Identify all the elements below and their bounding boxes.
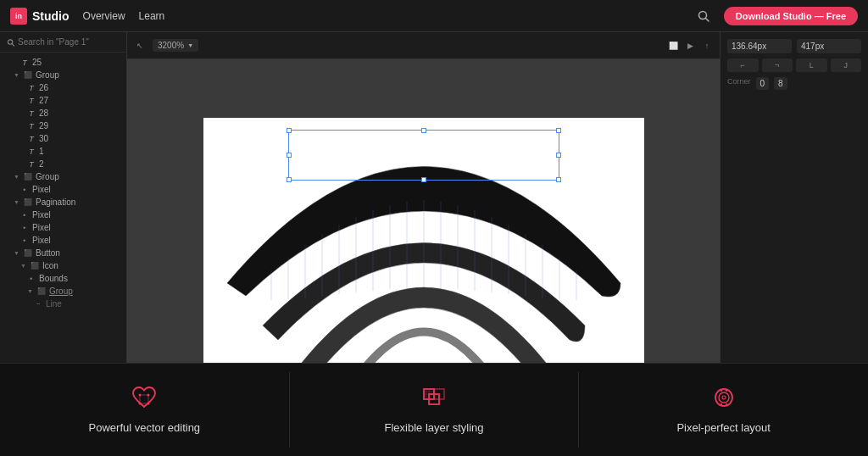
layer-item[interactable]: T 1	[0, 145, 126, 158]
pixel-icon: ▪	[20, 211, 29, 220]
svg-point-25	[147, 394, 150, 397]
layer-label: 29	[39, 121, 48, 131]
dimensions-row: 136.64px 417px	[727, 39, 861, 53]
sidebar-search-input[interactable]	[18, 37, 120, 47]
layer-label: Line	[46, 299, 62, 309]
layer-group-item[interactable]: ▼ ⬛ Group	[0, 170, 126, 183]
play-icon[interactable]: ▶	[684, 40, 696, 52]
layers-icon	[420, 386, 448, 413]
layer-label: 25	[32, 58, 42, 67]
corner-btn-bl[interactable]: L	[796, 58, 827, 72]
corner-icon-tl: ⌐	[741, 61, 745, 70]
chevron-icon: ▼	[14, 174, 20, 180]
layer-pixel-item[interactable]: ▪ Pixel	[0, 221, 126, 234]
wifi-arcs	[203, 118, 644, 398]
layer-list: T 25 ▼ ⬛ Group T 26 T 27 T 28 T	[0, 53, 126, 314]
feature-layer-styling: Flexible layer styling	[290, 372, 580, 448]
width-value[interactable]: 136.64px	[727, 39, 792, 53]
sidebar-search-icon	[7, 38, 14, 47]
layer-line-item[interactable]: ╌ Line	[0, 298, 126, 310]
pixel-icon: ▪	[20, 224, 29, 232]
logo-box: in	[10, 8, 27, 25]
text-icon: T	[27, 135, 36, 143]
svg-rect-23	[140, 395, 148, 403]
corner-btn-tl[interactable]: ⌐	[727, 58, 759, 72]
corner-icon-br: J	[844, 61, 849, 70]
feature-vector-editing: Powerful vector editing	[0, 372, 290, 448]
line-icon: ╌	[34, 300, 42, 309]
group-icon: ⬛	[37, 287, 46, 296]
layer-label: 30	[39, 134, 48, 143]
layer-button-item[interactable]: ▼ ⬛ Button	[0, 247, 126, 259]
chevron-icon: ▼	[14, 199, 20, 205]
group-icon: ⬛	[24, 71, 32, 80]
svg-point-37	[722, 396, 726, 399]
wifi-svg	[203, 118, 644, 398]
cursor-tool[interactable]: ↖	[134, 40, 146, 52]
search-icon[interactable]	[697, 9, 710, 23]
layer-item[interactable]: T 29	[0, 120, 126, 132]
layer-label: Pixel	[32, 185, 51, 194]
nav-learn[interactable]: Learn	[139, 10, 165, 22]
bottom-section: Powerful vector editing Flexible layer s…	[0, 363, 868, 456]
svg-point-24	[139, 394, 142, 397]
layer-label: Icon	[42, 261, 58, 270]
radius-value[interactable]: 8	[774, 77, 787, 90]
group-icon: ⬛	[24, 173, 32, 181]
width-field: 136.64px	[727, 39, 792, 53]
logo-area: in Studio	[10, 8, 70, 25]
corner-btn-br[interactable]: J	[831, 58, 862, 72]
layer-label: 27	[39, 96, 48, 105]
feature-pixel-layout: Pixel-perfect layout	[579, 372, 868, 448]
layer-label: Pixel	[32, 223, 51, 232]
layer-bounds-item[interactable]: ▪ Bounds	[0, 272, 126, 285]
feature-vector-label: Powerful vector editing	[89, 421, 201, 434]
corner-label: Corner	[727, 77, 751, 90]
svg-point-27	[147, 403, 150, 405]
layer-item[interactable]: T 25	[0, 56, 126, 69]
corner-btn-tr[interactable]: ¬	[762, 58, 793, 72]
nav-overview[interactable]: Overview	[83, 10, 125, 22]
layer-label: Group	[49, 286, 73, 296]
corner-value-row: Corner 0 8	[727, 77, 861, 90]
top-nav: in Studio Overview Learn Download Studio…	[0, 0, 868, 32]
chevron-icon: ▼	[14, 72, 20, 78]
monitor-icon[interactable]: ⬜	[667, 40, 679, 52]
svg-rect-41	[726, 403, 727, 406]
layer-label: 28	[39, 108, 48, 118]
layer-pixel-item[interactable]: ▪ Pixel	[0, 183, 126, 196]
layer-item[interactable]: T 30	[0, 132, 126, 145]
layer-group-item[interactable]: ▼ ⬛ Group	[0, 285, 126, 298]
group-icon: ⬛	[24, 249, 32, 258]
layer-pixel-item[interactable]: ▪ Pixel	[0, 209, 126, 221]
layer-pagination-item[interactable]: ▼ ⬛ Pagination	[0, 196, 126, 209]
share-icon[interactable]: ↑	[701, 40, 713, 52]
corner-value[interactable]: 0	[756, 77, 770, 90]
right-toolbar-icons: ⬜ ▶ ↑	[667, 40, 713, 52]
layer-item[interactable]: T 26	[0, 81, 126, 94]
height-value[interactable]: 417px	[797, 39, 861, 53]
sidebar-search[interactable]	[0, 32, 126, 53]
layer-group-item[interactable]: ▼ ⬛ Group	[0, 69, 126, 81]
pixel-icon: ▪	[20, 236, 29, 245]
text-icon: T	[27, 122, 36, 131]
nav-links: Overview Learn	[83, 10, 165, 22]
zoom-control[interactable]: 3200% ▼	[153, 39, 198, 52]
layer-item[interactable]: T 2	[0, 158, 126, 170]
group-icon: ⬛	[24, 198, 32, 207]
pixel-icon: ▪	[20, 186, 29, 194]
layer-item[interactable]: T 27	[0, 94, 126, 107]
canvas-toolbar: ↖ 3200% ▼ ⬜ ▶ ↑	[127, 32, 720, 59]
download-button[interactable]: Download Studio — Free	[724, 7, 858, 25]
text-icon: T	[27, 147, 36, 156]
layer-icon-item[interactable]: ▼ ⬛ Icon	[0, 259, 126, 272]
svg-line-1	[705, 18, 709, 21]
pixel-icon: ▪	[27, 275, 36, 283]
layer-label: 2	[39, 159, 44, 169]
chevron-icon: ▼	[14, 250, 20, 256]
layer-item[interactable]: T 28	[0, 107, 126, 120]
group-icon: ⬛	[31, 262, 39, 270]
layer-pixel-item[interactable]: ▪ Pixel	[0, 234, 126, 247]
svg-rect-38	[721, 389, 722, 392]
corner-buttons: ⌐ ¬ L J	[727, 58, 861, 72]
